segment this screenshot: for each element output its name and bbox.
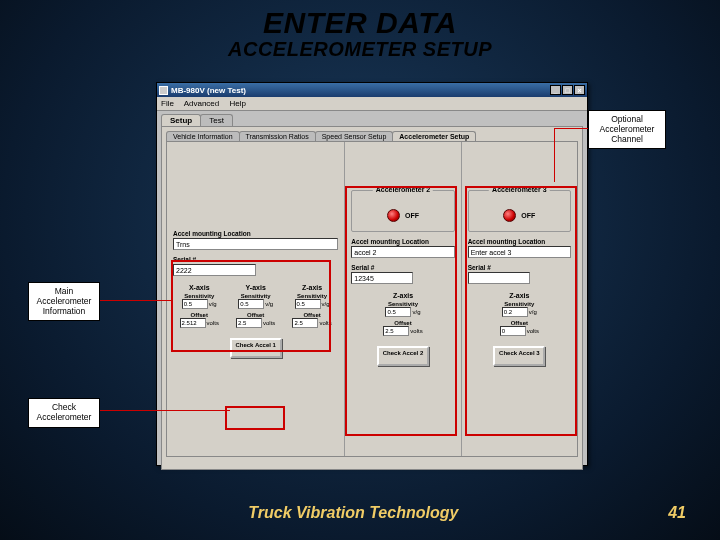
accel2-led-icon[interactable] — [387, 209, 400, 222]
accel3-mount-input[interactable]: Enter accel 3 — [468, 246, 571, 258]
accel3-z-off[interactable]: 0 — [500, 326, 526, 336]
accel3-serial-input[interactable] — [468, 272, 530, 284]
accel1-z-sens[interactable]: 0.5 — [295, 299, 321, 309]
accel1-x-sens[interactable]: 0.5 — [182, 299, 208, 309]
check-accel2-button[interactable]: Check Accel 2 — [377, 346, 429, 366]
outer-tabs: Setup Test — [161, 114, 587, 126]
accel2-label: Accelerometer 2 — [373, 186, 433, 193]
window-title: MB-980V (new Test) — [171, 86, 246, 95]
accel2-mount-input[interactable]: accel 2 — [351, 246, 454, 258]
maximize-button[interactable]: □ — [562, 85, 573, 95]
accel1-y-off[interactable]: 2.5 — [236, 318, 262, 328]
close-button[interactable]: × — [574, 85, 585, 95]
axis-x-title: X-axis — [173, 284, 225, 291]
label-mount: Accel mounting Location — [173, 230, 338, 237]
accel3-label: Accelerometer 3 — [489, 186, 549, 193]
menu-advanced[interactable]: Advanced — [184, 99, 220, 108]
accel2-group: Accelerometer 2 OFF — [351, 190, 454, 232]
accel1-x-off[interactable]: 2.512 — [180, 318, 206, 328]
callout-main-info: Main Accelerometer Information — [28, 282, 100, 321]
label-mount: Accel mounting Location — [468, 238, 571, 245]
label-serial: Serial # — [351, 264, 454, 271]
app-icon — [159, 86, 168, 95]
tab-speed-sensor[interactable]: Speed Sensor Setup — [315, 131, 394, 141]
slide-title: ENTER DATA — [0, 6, 720, 40]
accel3-axes: Z-axis Sensitivity 0.2v/g Offset 0volts — [468, 292, 571, 336]
label-mount: Accel mounting Location — [351, 238, 454, 245]
leader-line — [100, 300, 172, 301]
accel3-led-icon[interactable] — [503, 209, 516, 222]
app-window: MB-980V (new Test) _ □ × File Advanced H… — [156, 82, 588, 466]
leader-line — [554, 128, 588, 129]
menu-file[interactable]: File — [161, 99, 174, 108]
accel3-status: OFF — [521, 212, 535, 219]
callout-check-accel: Check Accelerometer — [28, 398, 100, 428]
accel1-z-off[interactable]: 2.5 — [292, 318, 318, 328]
tab-vehicle-info[interactable]: Vehicle Information — [166, 131, 240, 141]
axis-z-title: Z-axis — [468, 292, 571, 299]
tab-setup[interactable]: Setup — [161, 114, 201, 126]
accel2-column: Accelerometer 2 OFF Accel mounting Locat… — [345, 142, 460, 456]
accel2-serial-input[interactable]: 12345 — [351, 272, 413, 284]
footer-text: Truck Vibration Technology — [248, 504, 458, 522]
accel1-serial-input[interactable]: 2222 — [173, 264, 256, 276]
titlebar: MB-980V (new Test) _ □ × — [157, 83, 587, 97]
accel2-status: OFF — [405, 212, 419, 219]
tab-accel-setup[interactable]: Accelerometer Setup — [392, 131, 476, 141]
leader-line — [554, 128, 555, 182]
tab-test[interactable]: Test — [200, 114, 233, 126]
accel1-axes: X-axis Sensitivity 0.5v/g Offset 2.512vo… — [173, 284, 338, 328]
inner-tabs: Vehicle Information Transmission Ratios … — [162, 127, 582, 141]
menu-help[interactable]: Help — [230, 99, 246, 108]
accel2-axes: Z-axis Sensitivity 0.5v/g Offset 2.5volt… — [351, 292, 454, 336]
leader-line — [100, 410, 230, 411]
minimize-button[interactable]: _ — [550, 85, 561, 95]
tab-trans-ratios[interactable]: Transmission Ratios — [239, 131, 316, 141]
accel1-y-sens[interactable]: 0.5 — [238, 299, 264, 309]
label-serial: Serial # — [173, 256, 338, 263]
axis-y-title: Y-axis — [229, 284, 281, 291]
accel2-z-sens[interactable]: 0.5 — [385, 307, 411, 317]
accel3-column: Accelerometer 3 OFF Accel mounting Locat… — [462, 142, 577, 456]
axis-z-title: Z-axis — [286, 284, 338, 291]
callout-optional-channel: Optional Accelerometer Channel — [588, 110, 666, 149]
page-number: 41 — [668, 504, 686, 522]
check-accel1-button[interactable]: Check Accel 1 — [230, 338, 282, 358]
menubar: File Advanced Help — [157, 97, 587, 111]
accel1-column: Accel mounting Location Trns Serial # 22… — [167, 142, 344, 456]
slide-subtitle: ACCELEROMETER SETUP — [0, 38, 720, 61]
accel3-z-sens[interactable]: 0.2 — [502, 307, 528, 317]
slide-footer: . Truck Vibration Technology 41 — [0, 504, 720, 522]
axis-z-title: Z-axis — [351, 292, 454, 299]
outer-panel: Vehicle Information Transmission Ratios … — [161, 126, 583, 470]
accel3-group: Accelerometer 3 OFF — [468, 190, 571, 232]
accel1-mount-input[interactable]: Trns — [173, 238, 338, 250]
check-accel3-button[interactable]: Check Accel 3 — [493, 346, 545, 366]
accel2-z-off[interactable]: 2.5 — [383, 326, 409, 336]
label-serial: Serial # — [468, 264, 571, 271]
